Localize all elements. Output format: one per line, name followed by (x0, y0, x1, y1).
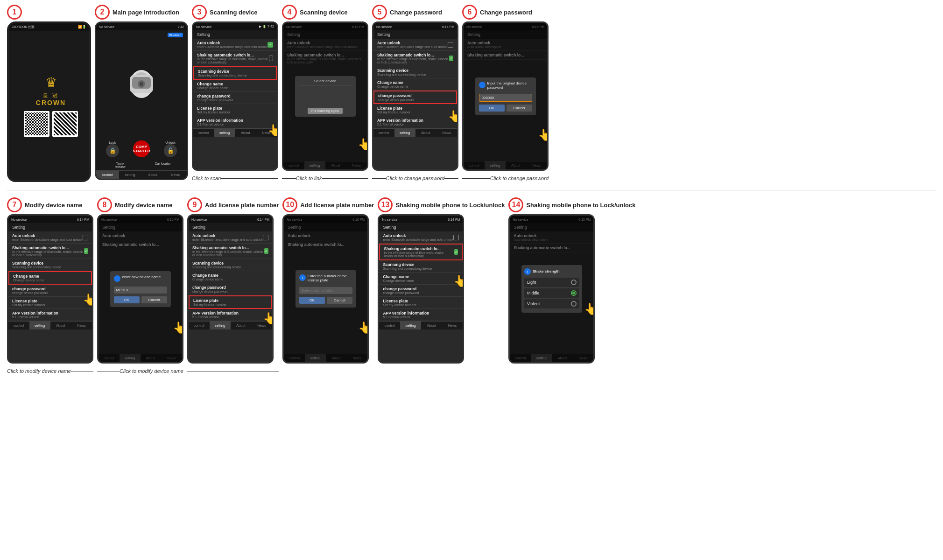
checkbox-auto-5[interactable] (448, 42, 453, 48)
setting-shake-7[interactable]: Shaking automatic switch lo... In the ef… (8, 244, 92, 259)
brand-en: CROWN (36, 99, 66, 106)
pw-ok-btn[interactable]: OK (479, 105, 505, 112)
name-cancel-btn[interactable]: Cancel (141, 296, 167, 303)
lock-control[interactable]: Lock 🔒 (99, 141, 126, 157)
info-icon-shake: i (524, 268, 531, 275)
setting-name-7[interactable]: Change name Change device name (8, 271, 92, 285)
setting-app-9[interactable]: APP version information 5.1 Formal versi… (189, 309, 272, 321)
setting-app-13[interactable]: APP version information 5.1 Formal versi… (379, 309, 463, 321)
checkbox-auto-13[interactable] (453, 235, 459, 240)
checkbox-shake-7[interactable]: ✓ (84, 248, 88, 254)
nav-about-5[interactable]: About (415, 129, 436, 137)
setting-shake-13[interactable]: Shaking automatic switch lo... In the ef… (379, 244, 463, 260)
setting-app-3[interactable]: APP version information 5.1 Formal versi… (193, 116, 277, 128)
plate-input[interactable] (299, 287, 352, 294)
nav-control[interactable]: control (96, 171, 119, 179)
comp-starter[interactable]: COMPSTARTER (128, 140, 155, 157)
shake-option-middle[interactable]: Middle (524, 288, 579, 298)
setting-scan-5[interactable]: Scanning device Scanning and connectiong… (373, 66, 457, 78)
setting-pw-13[interactable]: change password change device password (379, 285, 463, 297)
nav-about[interactable]: About (141, 171, 164, 179)
setting-shake-9[interactable]: Shaking automatic switch lo... In the ef… (189, 244, 272, 259)
plate-ok-btn[interactable]: OK (299, 297, 325, 304)
shake-violent-radio[interactable] (571, 301, 577, 307)
setting-plate-7[interactable]: License plate Set my license number (8, 297, 92, 309)
nav-news-5[interactable]: News (436, 129, 457, 137)
nav-news-7[interactable]: News (71, 322, 92, 329)
setting-name-9[interactable]: Change name Change device name (189, 271, 272, 283)
setting-screen-3: Setting Auto unlock enter Bluetooth avau… (193, 30, 277, 169)
pw-dialog-text: Input the original device password (487, 81, 532, 90)
nav-setting-3[interactable]: setting (214, 129, 235, 137)
setting-auto-unlock-5[interactable]: Auto unlock enter Bluetooth avaulable ra… (373, 39, 457, 51)
setting-shake-5[interactable]: Shaking automatic switch lo... In the ef… (373, 51, 457, 66)
setting-pw-7[interactable]: change password change device password (8, 285, 92, 297)
plate-cancel-btn[interactable]: Cancel (327, 297, 352, 304)
nav-news[interactable]: News (164, 171, 187, 179)
bottom-controls: Trunkrelease Car locator (96, 160, 187, 170)
nav-about-9[interactable]: About (231, 322, 252, 329)
nav-control-7[interactable]: control (8, 322, 29, 329)
setting-scan-7[interactable]: Scanning device Scanning and connectiong… (8, 259, 92, 271)
setting-screen-7: Setting Auto unlock enter Bluetooth avau… (8, 223, 92, 362)
trunk-release[interactable]: Trunkrelease (100, 162, 141, 168)
nav-setting-9[interactable]: setting (210, 322, 231, 329)
nav-setting-5[interactable]: setting (394, 129, 415, 137)
checkbox-shake-13[interactable]: ✓ (454, 249, 458, 255)
setting-name-13[interactable]: Change name Change device name (379, 273, 463, 285)
nav-bar-13: control setting About News (379, 321, 463, 329)
unlock-control[interactable]: Unlock 🔓 (157, 141, 184, 157)
step-1: 1 GIORDON·佐数 📶🔋 ♛ 皇 冠 CROWN (7, 5, 91, 182)
pw-cancel-btn[interactable]: Cancel (507, 105, 532, 112)
name-ok-btn[interactable]: OK (114, 296, 140, 303)
nav-about-7[interactable]: About (50, 322, 71, 329)
setting-pw-9[interactable]: change password change device password (189, 283, 272, 295)
car-locator[interactable]: Car locator (142, 162, 183, 168)
pw-input[interactable] (479, 94, 532, 102)
scan-again-btn[interactable]: Pls scanning again (308, 108, 343, 114)
row-1: 1 GIORDON·佐数 📶🔋 ♛ 皇 冠 CROWN (7, 5, 936, 183)
setting-auto-unlock-7[interactable]: Auto unlock enter Bluetooth avaulable ra… (8, 231, 92, 244)
checkbox-shake-9[interactable]: ✓ (264, 248, 268, 254)
nav-control-3[interactable]: control (193, 129, 214, 137)
setting-app-5[interactable]: APP version information 5.1 Formal versi… (373, 116, 457, 128)
setting-scan-9[interactable]: Scanning device Scanning and connectiong… (189, 259, 272, 271)
nav-setting-13[interactable]: setting (400, 322, 421, 329)
checkbox-shake-5[interactable]: ✓ (449, 56, 453, 61)
step-9: 9 Add license plate number No service 6:… (187, 197, 279, 376)
nav-about-3[interactable]: About (235, 129, 256, 137)
nav-about-13[interactable]: About (421, 322, 442, 329)
setting-plate-9[interactable]: License plate Set my license number (189, 295, 272, 309)
device-name-input[interactable] (114, 287, 167, 294)
setting-plate-5[interactable]: License plate Set my license number (373, 104, 457, 116)
checkbox-auto-7[interactable] (83, 235, 88, 240)
setting-pw-3[interactable]: change password change device password (193, 92, 277, 104)
nav-setting[interactable]: setting (119, 171, 142, 179)
nav-setting-7[interactable]: setting (29, 322, 50, 329)
setting-shake-3[interactable]: Shaking automatic switch lo... In the ef… (193, 51, 277, 66)
shake-option-violent[interactable]: Violent (524, 299, 579, 308)
shake-middle-radio[interactable] (571, 290, 577, 296)
checkbox-auto-3[interactable]: ✓ (267, 42, 273, 48)
shake-option-light[interactable]: Light (524, 278, 579, 287)
shake-light-radio[interactable] (571, 280, 577, 285)
setting-scan-13[interactable]: Scanning device Scanning and connectiong… (379, 260, 463, 273)
setting-auto-unlock-3[interactable]: Auto unlock enter Bluetooth avaulable ra… (193, 39, 277, 51)
setting-scan-3[interactable]: Scanning device Scanning and connectiong… (193, 66, 277, 80)
setting-plate-3[interactable]: License plate Set my license number (193, 104, 277, 116)
row-2: 7 Modify device name No service 6:14 PM … (7, 197, 936, 376)
nav-control-13[interactable]: control (379, 322, 400, 329)
nav-control-9[interactable]: control (189, 322, 210, 329)
setting-plate-13[interactable]: License plate Set my license number (379, 297, 463, 309)
checkbox-shake-3[interactable] (269, 56, 273, 61)
step-3-header: 3 Scanning device (192, 5, 278, 20)
setting-app-7[interactable]: APP version information 5.1 Formal versi… (8, 309, 92, 321)
setting-name-5[interactable]: Change name Change device name (373, 78, 457, 91)
nav-news-13[interactable]: News (442, 322, 463, 329)
setting-name-3[interactable]: Change name Change device name (193, 80, 277, 92)
nav-control-5[interactable]: control (373, 129, 394, 137)
setting-auto-unlock-13[interactable]: Auto unlock enter Bluetooth avaulable ra… (379, 231, 463, 244)
checkbox-auto-9[interactable] (263, 235, 268, 240)
setting-auto-unlock-9[interactable]: Auto unlock enter Bluetooth avaulable ra… (189, 231, 272, 244)
setting-pw-5[interactable]: change password change device password (373, 91, 457, 104)
